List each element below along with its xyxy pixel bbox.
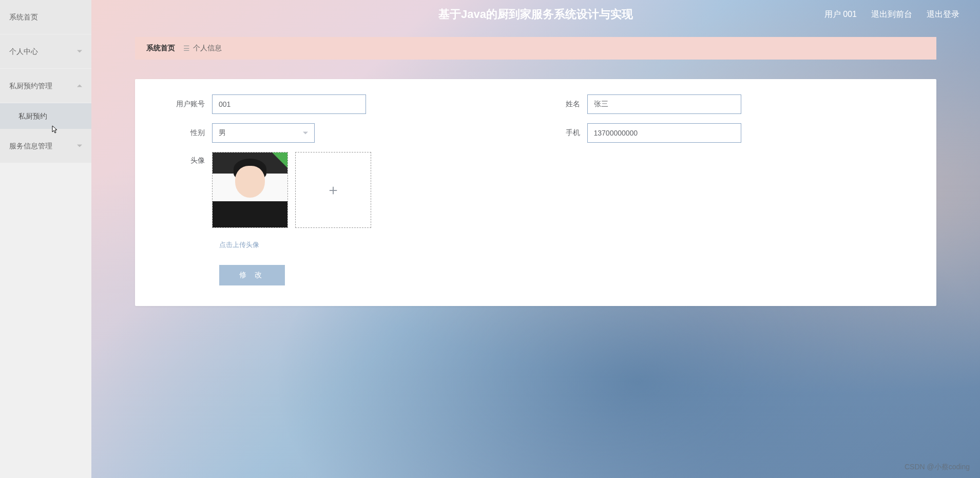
phone-label: 手机: [536, 128, 587, 138]
sidebar: 系统首页 个人中心 私厨预约管理 私厨预约 服务信息管理: [0, 0, 91, 478]
watermark: CSDN @小蔡coding: [905, 463, 970, 472]
account-label: 用户账号: [161, 100, 212, 109]
sidebar-item-label: 私厨预约: [18, 112, 47, 120]
header-logout-front-link[interactable]: 退出到前台: [871, 9, 912, 20]
sidebar-item-reservation-mgmt[interactable]: 私厨预约管理: [0, 69, 91, 103]
sidebar-item-label: 个人中心: [9, 47, 38, 55]
header-logout-link[interactable]: 退出登录: [927, 9, 959, 20]
phone-input[interactable]: [587, 123, 741, 143]
gender-select[interactable]: 男: [212, 123, 315, 143]
avatar-label: 头像: [161, 152, 212, 165]
sidebar-item-label: 服务信息管理: [9, 142, 52, 150]
avatar-upload-button[interactable]: ＋: [295, 152, 371, 228]
account-input[interactable]: [212, 94, 366, 114]
sidebar-item-home[interactable]: 系统首页: [0, 0, 91, 34]
sidebar-subitem-reservation[interactable]: 私厨预约: [0, 103, 91, 129]
avatar-preview[interactable]: [212, 152, 288, 228]
name-input[interactable]: [587, 94, 741, 114]
sidebar-item-label: 私厨预约管理: [9, 82, 52, 90]
breadcrumb-current: 个人信息: [193, 44, 222, 53]
form-panel: 用户账号 姓名 性别 男 手机: [135, 79, 936, 306]
gender-label: 性别: [161, 128, 212, 138]
name-label: 姓名: [536, 100, 587, 109]
breadcrumb: 系统首页 ☰ 个人信息: [135, 37, 936, 60]
submit-button[interactable]: 修 改: [219, 265, 285, 285]
sidebar-item-service-mgmt[interactable]: 服务信息管理: [0, 129, 91, 163]
header-user-link[interactable]: 用户 001: [824, 9, 857, 20]
success-corner-icon: [272, 152, 287, 168]
plus-icon: ＋: [326, 180, 340, 200]
upload-hint: 点击上传头像: [219, 240, 911, 250]
sidebar-item-label: 系统首页: [9, 13, 38, 21]
header: 基于Java的厨到家服务系统设计与实现 用户 001 退出到前台 退出登录: [91, 0, 980, 29]
sidebar-item-profile[interactable]: 个人中心: [0, 34, 91, 68]
gender-select-value: 男: [219, 128, 226, 138]
breadcrumb-separator-icon: ☰: [183, 44, 190, 52]
breadcrumb-home[interactable]: 系统首页: [146, 44, 175, 53]
page-title: 基于Java的厨到家服务系统设计与实现: [438, 7, 633, 22]
